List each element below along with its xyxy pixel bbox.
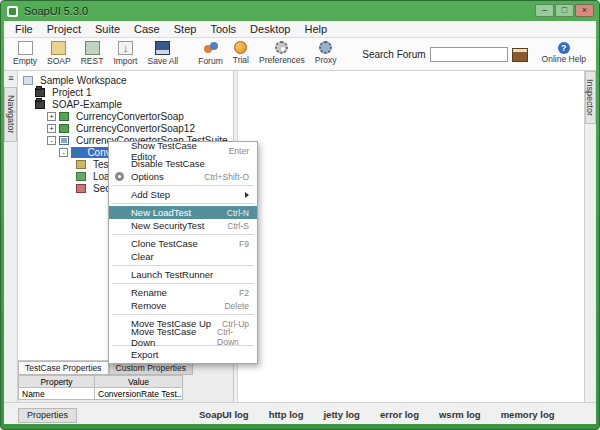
help-icon: ? [558,42,570,54]
toolbar-button-label: Save All [147,56,178,66]
search-forum-area: Search Forum [362,40,527,62]
log-tab-memory[interactable]: memory log [491,407,565,424]
maximize-button[interactable]: □ [555,4,574,17]
preferences-gear-icon [275,41,288,54]
menu-item-clone-testcase[interactable]: Clone TestCase F9 [109,237,257,250]
log-tab-soapui[interactable]: SoapUI log [189,407,259,424]
menu-separator [112,203,254,204]
property-value-cell[interactable]: ConversionRate Test... [95,388,183,400]
menubar: File Project Suite Case Step Tools Deskt… [4,21,596,38]
toolbar-button-label: Import [113,56,137,66]
tree-item-project-1[interactable]: Project 1 [18,86,233,98]
online-help-button[interactable]: ? Online Help [542,40,586,64]
minimize-button[interactable]: – [535,4,554,17]
submenu-arrow-icon [245,192,249,198]
properties-bottom-tab[interactable]: Properties [18,408,77,423]
toolbar-button-label: REST [81,56,104,66]
toolbar-button-label: Proxy [315,55,337,65]
table-row: Name ConversionRate Test... [19,388,183,400]
menu-item-label: Add Step [131,189,170,200]
menu-separator [112,185,254,186]
tree-item-currencyconvertorsoap12[interactable]: + CurrencyConvertorSoap12 [18,122,233,134]
import-button[interactable]: ↓ Import [108,40,142,67]
expand-toggle-icon[interactable]: + [47,124,56,133]
menu-help[interactable]: Help [297,23,334,35]
log-tab-error[interactable]: error log [370,407,429,424]
inspector-tab[interactable]: Inspector [585,71,596,124]
rest-project-button[interactable]: REST [76,40,109,67]
security-tests-icon [76,184,86,193]
navigator-menu-icon[interactable]: ≡ [5,73,17,83]
menu-separator [112,265,254,266]
menu-separator [112,234,254,235]
project-folder-icon [35,88,45,97]
testcase-properties-panel: TestCase Properties Custom Properties Pr… [18,360,233,402]
menu-item-options[interactable]: Options Ctrl+Shift-O [109,170,257,183]
menu-item-label: Rename [131,287,167,298]
toolbar-button-label: Trial [233,55,249,65]
log-tab-http[interactable]: http log [259,407,314,424]
log-tab-jetty[interactable]: jetty log [313,407,369,424]
soap-project-button[interactable]: SOAP [42,40,76,67]
menu-item-label: Clear [131,251,154,262]
tree-item-currencyconvertorsoap[interactable]: + CurrencyConvertorSoap [18,110,233,122]
workspace-icon [23,76,33,85]
proxy-icon [319,41,332,54]
close-button[interactable]: × [575,4,594,17]
bottom-bar: Properties SoapUI log http log jetty log… [4,402,596,424]
menu-desktop[interactable]: Desktop [243,23,297,35]
menu-item-add-step[interactable]: Add Step [109,188,257,201]
interface-icon [59,124,69,133]
menu-item-label: Move TestCase Down [131,326,209,348]
menu-item-label: Launch TestRunner [131,269,213,280]
soap-project-icon [51,41,66,55]
tree-item-soap-example[interactable]: SOAP-Example [18,98,233,110]
search-forum-label: Search Forum [362,49,425,60]
menu-tools[interactable]: Tools [203,23,243,35]
collapse-toggle-icon[interactable]: - [59,148,68,157]
online-help-label: Online Help [542,54,586,64]
empty-project-button[interactable]: Empty [8,40,42,67]
menu-item-new-securitytest[interactable]: New SecurityTest Ctrl-S [109,219,257,232]
collapse-toggle-icon[interactable]: - [47,136,56,145]
menu-item-export[interactable]: Export [109,348,257,361]
menu-item-show-testcase-editor[interactable]: Show TestCase Editor Enter [109,144,257,157]
value-column-header[interactable]: Value [95,376,183,388]
expand-toggle-icon[interactable]: + [47,112,56,121]
menu-item-move-testcase-down[interactable]: Move TestCase Down Ctrl-Down [109,330,257,343]
tree-item-sample-workspace[interactable]: Sample Workspace [18,74,233,86]
proxy-button[interactable]: Proxy [310,40,342,66]
property-column-header[interactable]: Property [19,376,95,388]
menu-step[interactable]: Step [167,23,204,35]
trial-button[interactable]: Trial [228,40,254,66]
property-name-cell[interactable]: Name [19,388,95,400]
menu-case[interactable]: Case [127,23,167,35]
search-forum-go-icon[interactable] [512,48,528,62]
preferences-button[interactable]: Preferences [254,40,310,66]
toolbar-button-label: SOAP [47,56,71,66]
menu-shortcut: Ctrl-S [219,221,249,231]
forum-button[interactable]: Forum [193,40,228,67]
menu-shortcut: Delete [216,301,249,311]
menu-file[interactable]: File [8,23,40,35]
menu-item-disable-testcase[interactable]: Disable TestCase [109,157,257,170]
search-forum-input[interactable] [430,47,508,62]
menu-project[interactable]: Project [40,23,88,35]
menu-item-clear[interactable]: Clear [109,250,257,263]
window-controls: – □ × [535,4,594,17]
menu-item-label: New SecurityTest [131,220,204,231]
trial-icon [234,41,247,54]
menu-item-remove[interactable]: Remove Delete [109,299,257,312]
menu-item-rename[interactable]: Rename F2 [109,286,257,299]
navigator-tab[interactable]: Navigator [4,87,17,142]
log-tab-wsrm[interactable]: wsrm log [429,407,491,424]
tab-testcase-properties[interactable]: TestCase Properties [18,361,109,375]
menu-item-launch-testrunner[interactable]: Launch TestRunner [109,268,257,281]
empty-project-icon [18,41,33,55]
workspace-desktop [238,71,584,402]
menu-suite[interactable]: Suite [88,23,127,35]
menu-shortcut: Ctrl+Shift-O [196,172,249,182]
soapui-window: SoapUI 5.3.0 – □ × File Project Suite Ca… [0,0,600,430]
save-all-button[interactable]: Save All [142,40,183,67]
menu-item-new-loadtest[interactable]: New LoadTest Ctrl-N [109,206,257,219]
